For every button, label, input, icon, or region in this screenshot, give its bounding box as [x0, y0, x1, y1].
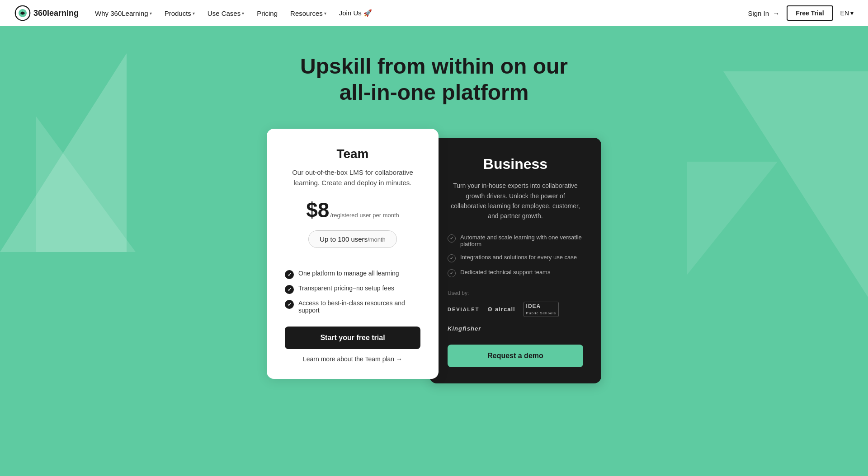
navbar: 360learning Why 360Learning ▾ Products ▾… [0, 0, 868, 26]
check-icon [285, 285, 294, 294]
chevron-down-icon: ▾ [242, 11, 244, 16]
learn-more-link[interactable]: Learn more about the Team plan → [285, 355, 420, 363]
brand-logo-devialet: DEVIALET [448, 307, 479, 312]
team-card-description: Our out-of-the-box LMS for collaborative… [285, 168, 420, 188]
language-selector[interactable]: EN ▾ [840, 9, 854, 17]
hero-headline: Upskill from within on our all-in-one pl… [9, 53, 859, 105]
business-card: Business Turn your in-house experts into… [429, 138, 601, 383]
list-item: Automate and scale learning with one ver… [448, 234, 583, 247]
business-card-description: Turn your in-house experts into collabor… [448, 181, 583, 221]
price-amount: $8 [306, 198, 329, 222]
chevron-down-icon: ▾ [193, 11, 195, 16]
decorative-triangle [36, 117, 136, 252]
check-icon [448, 234, 456, 243]
sign-in-link[interactable]: Sign In → [748, 9, 779, 17]
start-trial-button[interactable]: Start your free trial [285, 327, 420, 349]
used-by-label: Used by: [448, 290, 583, 296]
check-icon [285, 300, 294, 309]
nav-pricing[interactable]: Pricing [251, 7, 283, 20]
business-card-title: Business [448, 156, 583, 173]
brand-logos: DEVIALET ⊙ aircall IDEAPublic Schools Ki… [448, 302, 583, 332]
chevron-down-icon: ▾ [324, 11, 326, 16]
nav-right: Sign In → Free Trial EN ▾ [748, 5, 854, 21]
brand-logo-aircall: ⊙ aircall [487, 306, 515, 313]
check-icon [448, 254, 456, 262]
list-item: Dedicated technical support teams [448, 269, 583, 277]
logo[interactable]: 360learning [14, 5, 79, 21]
users-badge[interactable]: Up to 100 users/month [308, 230, 397, 248]
brand-logo-idea: IDEAPublic Schools [524, 302, 559, 317]
list-item: One platform to manage all learning [285, 270, 420, 279]
nav-products[interactable]: Products ▾ [159, 7, 200, 20]
check-icon [285, 270, 294, 279]
nav-use-cases[interactable]: Use Cases ▾ [202, 7, 250, 20]
chevron-down-icon: ▾ [150, 11, 152, 16]
chevron-down-icon: ▾ [850, 9, 854, 17]
team-card: Team Our out-of-the-box LMS for collabor… [267, 129, 439, 379]
team-card-title: Team [285, 147, 420, 161]
business-features-list: Automate and scale learning with one ver… [448, 234, 583, 277]
pricing-cards: Team Our out-of-the-box LMS for collabor… [185, 129, 683, 383]
logo-text: 360learning [33, 9, 79, 18]
nav-resources[interactable]: Resources ▾ [285, 7, 332, 20]
list-item: Transparent pricing–no setup fees [285, 285, 420, 294]
nav-why-360[interactable]: Why 360Learning ▾ [90, 7, 157, 20]
list-item: Access to best-in-class resources and su… [285, 299, 420, 314]
decorative-triangle [687, 162, 778, 275]
nav-join-us[interactable]: Join Us 🚀 [334, 6, 377, 20]
list-item: Integrations and solutions for every use… [448, 254, 583, 262]
request-demo-button[interactable]: Request a demo [448, 345, 583, 367]
brand-logo-kingfisher: Kingfisher [448, 325, 481, 332]
check-icon [448, 269, 456, 277]
team-features-list: One platform to manage all learning Tran… [285, 270, 420, 314]
nav-links: Why 360Learning ▾ Products ▾ Use Cases ▾… [90, 6, 748, 20]
price-suffix: /registered user per month [330, 212, 399, 219]
price-display: $8/registered user per month [285, 198, 420, 222]
hero-section: Upskill from within on our all-in-one pl… [0, 26, 868, 476]
free-trial-button[interactable]: Free Trial [787, 5, 833, 21]
